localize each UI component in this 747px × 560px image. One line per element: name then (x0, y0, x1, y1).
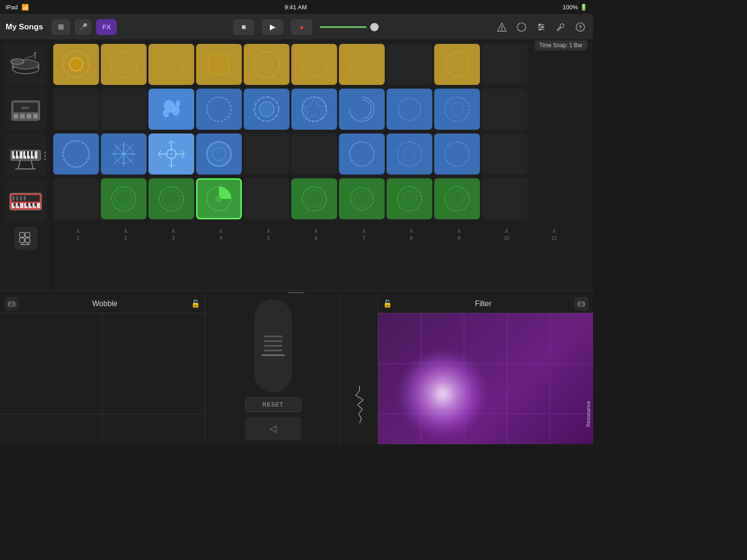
wobble-q3[interactable] (0, 414, 102, 445)
svg-point-140 (579, 303, 581, 304)
reset-button[interactable]: RESET (245, 397, 301, 412)
playhead-cell-7[interactable]: ∧ 7 (341, 224, 387, 243)
scene-grid-button[interactable] (14, 227, 37, 250)
grid-cell-4-6[interactable] (291, 178, 337, 219)
left-slider[interactable] (254, 299, 292, 392)
grid-cell-3-10[interactable] (482, 133, 528, 175)
help-button[interactable]: ? (573, 20, 587, 34)
grid-cell-3-9[interactable] (434, 133, 480, 175)
grid-cell-3-6[interactable] (291, 133, 337, 175)
grid-cell-4-1[interactable] (53, 178, 99, 219)
grid-cell-3-7[interactable] (339, 133, 385, 175)
grid-cell-2-8[interactable] (387, 89, 432, 130)
svg-point-131 (445, 187, 469, 211)
svg-point-112 (397, 142, 422, 166)
sidebar-item-machine[interactable]: MPC (5, 89, 47, 131)
volume-knob[interactable] (370, 23, 379, 31)
grid-cell-2-3[interactable] (148, 89, 194, 130)
grid-cell-4-7[interactable] (339, 178, 385, 219)
sidebar-item-synth[interactable] (5, 181, 47, 223)
grid-cell-2-6[interactable] (291, 89, 337, 130)
svg-point-90 (445, 97, 469, 121)
playhead-cell-3[interactable]: ∧ 3 (150, 224, 196, 243)
playhead-cell-6[interactable]: ∧ 6 (293, 224, 339, 243)
filter-lock-icon[interactable]: 🔓 (383, 299, 392, 308)
wobble-q2[interactable] (103, 313, 205, 414)
grid-cell-1-10[interactable] (482, 44, 528, 85)
grid-cell-4-9[interactable] (434, 178, 480, 219)
chat-button[interactable] (514, 20, 529, 34)
playhead-cell-11[interactable]: ∧ 11 (531, 224, 577, 243)
grid-cell-1-2[interactable] (101, 44, 147, 85)
mixer-button[interactable] (534, 20, 548, 34)
playhead-cell-5[interactable]: ∧ 5 (246, 224, 291, 243)
filter-grid-cell-5 (550, 313, 593, 364)
svg-point-79 (451, 59, 463, 70)
grid-cell-1-3[interactable] (148, 44, 194, 85)
grid-cell-3-1[interactable] (53, 133, 99, 175)
record-button[interactable]: ● (291, 19, 312, 35)
wobble-q4[interactable] (103, 414, 205, 445)
waveform-display (341, 294, 378, 444)
grid-cell-3-8[interactable] (387, 133, 432, 175)
wobble-settings-button[interactable] (5, 297, 19, 311)
bottom-content: Wobble 🔓 (0, 294, 593, 444)
grid-cell-2-4[interactable] (196, 89, 242, 130)
playhead-cell-4[interactable]: ∧ 4 (198, 224, 244, 243)
stop-button[interactable]: ■ (233, 19, 254, 35)
grid-cell-1-8[interactable] (387, 44, 432, 85)
playhead-cell-2[interactable]: ∧ 2 (103, 224, 148, 243)
wobble-q1[interactable] (0, 313, 102, 414)
drag-handle[interactable] (0, 291, 593, 294)
sidebar-item-drums[interactable] (5, 43, 47, 85)
grid-cell-3-5[interactable] (244, 133, 289, 175)
filter-body[interactable]: Cutoff Resonance (378, 313, 593, 444)
grid-cell-2-1[interactable] (53, 89, 99, 130)
page-title: My Songs (6, 22, 43, 32)
grid-cell-4-10[interactable] (482, 178, 528, 219)
fx-button[interactable]: FX (96, 19, 117, 35)
filter-settings-button[interactable] (574, 297, 588, 311)
grid-row-2 (53, 88, 591, 131)
grid-cell-1-9[interactable] (434, 44, 480, 85)
grid-cell-2-10[interactable] (482, 89, 528, 130)
grid-cell-1-6[interactable] (291, 44, 337, 85)
grid-cell-4-5[interactable] (244, 178, 289, 219)
volume-bar[interactable] (320, 26, 366, 28)
playhead-cell-10[interactable]: ∧ 10 (484, 224, 529, 243)
grid-cell-3-2[interactable] (101, 133, 147, 175)
grid-row-3 (53, 133, 591, 175)
svg-point-132 (450, 191, 465, 206)
filter-header: 🔓 Filter (378, 294, 593, 313)
grid-cell-4-3[interactable] (148, 178, 194, 219)
playhead-arrow-3: ∧ (171, 227, 176, 234)
playhead-cell-9[interactable]: ∧ 9 (436, 224, 482, 243)
grid-cell-4-8[interactable] (387, 178, 432, 219)
play-button[interactable]: ▶ (262, 19, 283, 35)
squares-button[interactable]: ⊞ (51, 19, 70, 35)
back-button[interactable]: ◁ (245, 417, 301, 440)
grid-cell-1-4[interactable] (196, 44, 242, 85)
mic-button[interactable]: 🎤 (75, 19, 92, 35)
sidebar-item-keyboard[interactable] (5, 135, 47, 177)
scene-grid-icon (19, 231, 33, 245)
grid-cell-2-2[interactable] (101, 89, 147, 130)
grid-cell-4-2[interactable] (101, 178, 147, 219)
grid-cell-2-7[interactable] (339, 89, 385, 130)
grid-cell-3-4[interactable] (196, 133, 242, 175)
playhead-cell-8[interactable]: ∧ 8 (388, 224, 434, 243)
grid-cell-4-4[interactable] (196, 178, 242, 219)
svg-point-77 (350, 52, 374, 77)
grid-cell-1-5[interactable] (244, 44, 289, 85)
grid-cell-2-9[interactable] (434, 89, 480, 130)
grid-cell-3-3[interactable] (148, 133, 194, 175)
svg-point-72 (159, 52, 183, 77)
playhead-cell-1[interactable]: ∧ 1 (55, 224, 101, 243)
grid-cell-2-5[interactable] (244, 89, 289, 130)
wrench-button[interactable] (554, 20, 568, 34)
metronome-button[interactable] (495, 20, 509, 34)
wobble-lock-icon[interactable]: 🔓 (191, 299, 200, 308)
grid-cell-1-1[interactable] (53, 44, 99, 85)
grid-cell-1-7[interactable] (339, 44, 385, 85)
filter-grid-cell-14 (507, 414, 550, 444)
